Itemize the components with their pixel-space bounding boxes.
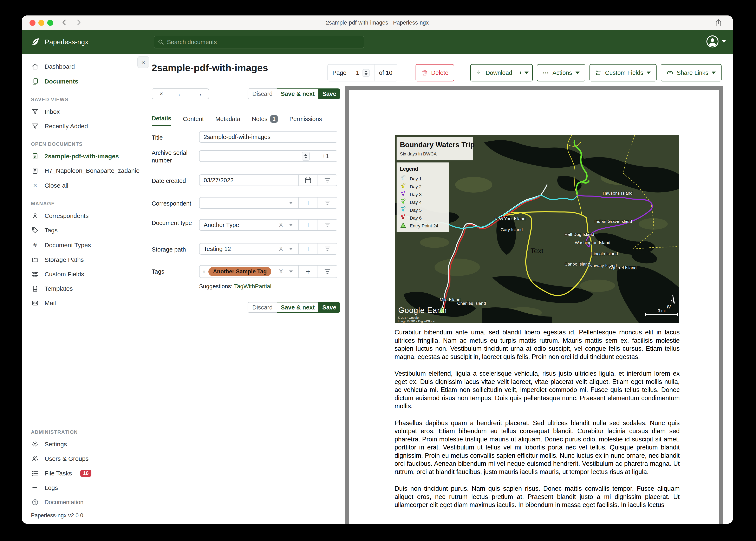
titlebar: 2sample-pdf-with-images - Paperless-ngx — [22, 15, 733, 30]
search-input[interactable]: Search documents — [154, 36, 364, 48]
delete-button[interactable]: Delete — [416, 64, 454, 81]
sidebar-item-mail[interactable]: Mail — [22, 296, 140, 310]
tags-filter-button[interactable] — [318, 266, 337, 277]
share-links-button[interactable]: Share Links — [661, 64, 722, 81]
chevron-down-icon — [712, 72, 716, 74]
date-filter-button[interactable] — [318, 175, 337, 186]
sidebar-open-doc-napoleon[interactable]: H7_Napoleon_Bonaparte_zadanie — [22, 164, 140, 178]
previous-document-button[interactable]: ← — [171, 89, 190, 99]
date-created-input[interactable]: 03/27/2022 — [199, 175, 337, 186]
sidebar-item-file-tasks[interactable]: File Tasks 16 — [22, 466, 140, 481]
map-label: Half Dog Island — [565, 232, 594, 237]
map-image: Hausons Island New York Island Gary Isla… — [395, 135, 679, 323]
tab-details[interactable]: Details — [152, 112, 171, 126]
sidebar-item-users-groups[interactable]: Users & Groups — [22, 451, 140, 466]
page-stepper[interactable] — [363, 69, 370, 77]
correspondent-add-button[interactable]: + — [298, 198, 318, 208]
page-count-label: of 10 — [374, 65, 397, 81]
filter-lines-icon — [324, 222, 331, 228]
sidebar-item-dashboard[interactable]: Dashboard — [22, 59, 140, 74]
share-icon[interactable] — [714, 18, 723, 27]
filter-lines-icon — [324, 246, 331, 252]
chevron-down-icon — [575, 72, 580, 74]
document-type-filter-button[interactable] — [318, 220, 337, 230]
sidebar-item-recently-added[interactable]: Recently Added — [22, 119, 140, 133]
save-next-button[interactable]: Save & next — [277, 89, 319, 99]
next-document-button[interactable]: → — [190, 89, 209, 99]
clear-icon[interactable]: X — [279, 268, 283, 275]
asn-plus-one-button[interactable]: +1 — [314, 151, 337, 162]
title-input[interactable]: 2sample-pdf-with-images — [199, 131, 337, 143]
legend-label: Day 3 — [410, 192, 422, 197]
sidebar-item-label: File Tasks — [45, 470, 72, 477]
documents-icon — [31, 78, 39, 85]
discard-button[interactable]: Discard — [248, 302, 277, 313]
custom-fields-button[interactable]: Custom Fields — [589, 64, 657, 81]
sidebar-close-all[interactable]: × Close all — [22, 178, 140, 193]
save-next-button[interactable]: Save & next — [277, 302, 319, 313]
sidebar-item-settings[interactable]: Settings — [22, 437, 140, 451]
remove-tag-icon[interactable]: × — [202, 269, 206, 275]
legend-title: Legend — [400, 166, 418, 172]
map-label: Washington Island — [575, 240, 610, 245]
sidebar-item-custom-fields[interactable]: Custom Fields — [22, 267, 140, 281]
calendar-button[interactable] — [298, 175, 318, 186]
tab-metadata[interactable]: Metadata — [215, 112, 240, 126]
save-button[interactable]: Save — [319, 302, 340, 313]
close-document-button[interactable]: × — [152, 89, 171, 99]
chevron-down-icon — [289, 224, 293, 226]
sidebar-item-document-types[interactable]: # Document Types — [22, 238, 140, 253]
download-dropdown-toggle[interactable] — [520, 72, 532, 74]
sidebar-item-inbox[interactable]: Inbox — [22, 105, 140, 119]
sidebar-item-documents[interactable]: Documents — [22, 74, 140, 89]
clear-icon[interactable]: X — [279, 246, 283, 252]
save-button[interactable]: Save — [319, 89, 340, 99]
sidebar-item-storage-paths[interactable]: Storage Paths — [22, 253, 140, 267]
suggestions-label: Suggestions: — [199, 283, 233, 289]
clear-icon[interactable]: X — [279, 222, 283, 228]
asn-input[interactable]: +1 — [199, 150, 337, 162]
sidebar-item-label: Templates — [45, 285, 73, 292]
tab-notes[interactable]: Notes1 — [252, 112, 278, 126]
discard-button[interactable]: Discard — [248, 89, 277, 99]
correspondent-filter-button[interactable] — [318, 198, 337, 208]
search-placeholder: Search documents — [167, 39, 217, 46]
brand[interactable]: Paperless-ngx — [30, 30, 88, 54]
document-type-add-button[interactable]: + — [298, 220, 318, 230]
pdf-preview-pane[interactable]: Hausons Island New York Island Gary Isla… — [345, 86, 723, 524]
window-title: 2sample-pdf-with-images - Paperless-ngx — [22, 15, 733, 30]
sidebar-item-logs[interactable]: Logs — [22, 481, 140, 495]
document-type-select[interactable]: Another TypeX + — [199, 219, 337, 231]
page-navigation: Page 1 of 10 — [327, 64, 397, 81]
page-number-input[interactable]: 1 — [351, 65, 374, 81]
tags-select[interactable]: × Another Sample Tag X + — [199, 265, 337, 278]
asn-stepper[interactable] — [302, 152, 310, 161]
sidebar-open-doc-current[interactable]: 2sample-pdf-with-images — [22, 149, 140, 164]
tab-content[interactable]: Content — [183, 112, 204, 126]
storage-path-add-button[interactable]: + — [298, 244, 318, 254]
storage-path-select[interactable]: Testing 12X + — [199, 243, 337, 255]
asn-field-label: Archive serial number — [152, 149, 197, 164]
sidebar-item-documentation[interactable]: Documentation — [22, 495, 140, 509]
save-group-bottom: Discard Save & next Save — [248, 302, 340, 313]
sidebar-collapse-button[interactable]: « — [137, 56, 149, 68]
actions-button[interactable]: ⋯ Actions — [537, 64, 585, 81]
storage-path-label: Storage path — [152, 246, 197, 254]
correspondent-select[interactable]: + — [199, 197, 337, 209]
storage-path-filter-button[interactable] — [318, 244, 337, 254]
tags-label: Tags — [152, 268, 197, 275]
sidebar-item-label: Storage Paths — [45, 256, 84, 263]
suggestion-link[interactable]: TagWithPartial — [234, 283, 272, 289]
actions-label: Actions — [552, 70, 572, 76]
sidebar-item-templates[interactable]: Templates — [22, 281, 140, 296]
sidebar-section-manage: MANAGE — [22, 193, 140, 209]
tags-add-button[interactable]: + — [298, 266, 318, 277]
map-label: Indian Grave Island — [594, 219, 632, 224]
sidebar-item-correspondents[interactable]: Correspondents — [22, 209, 140, 223]
tab-permissions[interactable]: Permissions — [289, 112, 322, 126]
sidebar-item-tags[interactable]: Tags — [22, 223, 140, 238]
user-menu[interactable] — [706, 35, 726, 48]
download-button[interactable]: Download — [470, 64, 533, 81]
sidebar-spacer — [22, 310, 140, 421]
paragraph: Duis non tincidunt purus. Nam quis sapie… — [395, 484, 680, 509]
